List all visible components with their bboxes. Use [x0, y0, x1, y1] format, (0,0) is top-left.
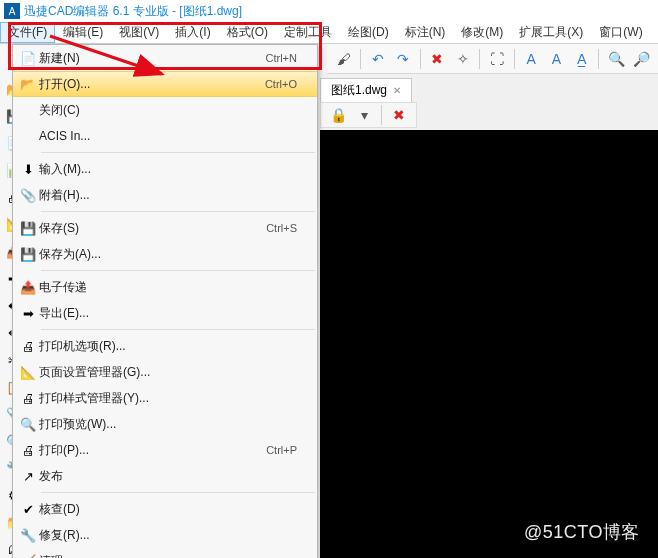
- file-menu-item-2[interactable]: 关闭(C): [13, 97, 317, 123]
- sub-toolbar: 🔒▾✖: [320, 102, 417, 128]
- spark-icon[interactable]: ✧: [452, 48, 473, 70]
- tab-drawing1[interactable]: 图纸1.dwg ✕: [320, 78, 412, 102]
- file-menu-item-23[interactable]: 🧹清理...: [13, 548, 317, 558]
- select-icon[interactable]: ⛶: [486, 48, 507, 70]
- dropdown-icon[interactable]: ▾: [353, 104, 375, 126]
- file-menu-item-19[interactable]: ↗发布: [13, 463, 317, 489]
- menu-item-label: 打印(P)...: [39, 442, 266, 459]
- menu-item-label: 电子传递: [39, 279, 297, 296]
- file-menu-item-6[interactable]: 📎附着(H)...: [13, 182, 317, 208]
- text-underline-icon[interactable]: A̲: [571, 48, 592, 70]
- menu-item-icon: 🔧: [17, 528, 39, 543]
- menu-item-label: 打印样式管理器(Y)...: [39, 390, 297, 407]
- menu-bar: 文件(F)编辑(E)视图(V)插入(I)格式(O)定制工具绘图(D)标注(N)修…: [0, 22, 658, 44]
- lock-icon[interactable]: 🔒: [327, 104, 349, 126]
- menu-item-label: 保存为(A)...: [39, 246, 297, 263]
- toolbar-separator: [360, 49, 361, 69]
- menu-item-icon: 🔍: [17, 417, 39, 432]
- document-tabs: 图纸1.dwg ✕: [320, 74, 412, 102]
- brush-icon[interactable]: 🖌: [333, 48, 354, 70]
- undo-icon[interactable]: ↶: [367, 48, 388, 70]
- menu-item-label: 修复(R)...: [39, 527, 297, 544]
- file-menu-item-18[interactable]: 🖨打印(P)...Ctrl+P: [13, 437, 317, 463]
- file-menu-item-0[interactable]: 📄新建(N)Ctrl+N: [13, 45, 317, 71]
- title-bar: A 迅捷CAD编辑器 6.1 专业版 - [图纸1.dwg]: [0, 0, 658, 22]
- menu-item-label: 保存(S): [39, 220, 266, 237]
- file-menu-item-12[interactable]: ➡导出(E)...: [13, 300, 317, 326]
- menu-8[interactable]: 修改(M): [453, 22, 511, 43]
- menu-item-icon: 🖨: [17, 339, 39, 354]
- menu-divider: [41, 329, 315, 330]
- menu-item-shortcut: Ctrl+P: [266, 444, 297, 456]
- menu-item-label: 附着(H)...: [39, 187, 297, 204]
- close-x-icon[interactable]: ✖: [388, 104, 410, 126]
- menu-item-label: ACIS In...: [39, 129, 297, 143]
- menu-item-label: 核查(D): [39, 501, 297, 518]
- file-menu-item-9[interactable]: 💾保存为(A)...: [13, 241, 317, 267]
- menu-item-label: 打印机选项(R)...: [39, 338, 297, 355]
- menu-item-icon: 📐: [17, 365, 39, 380]
- toolbar-separator: [598, 49, 599, 69]
- window-title: 迅捷CAD编辑器 6.1 专业版 - [图纸1.dwg]: [24, 3, 242, 20]
- toolbar-row-1: 🖌↶↷✖✧⛶AAA̲🔍🔎: [327, 44, 658, 74]
- menu-6[interactable]: 绘图(D): [340, 22, 397, 43]
- menu-item-icon: 📤: [17, 280, 39, 295]
- tab-label: 图纸1.dwg: [331, 82, 387, 99]
- menu-divider: [41, 270, 315, 271]
- menu-item-icon: 💾: [17, 247, 39, 262]
- file-menu-item-15[interactable]: 📐页面设置管理器(G)...: [13, 359, 317, 385]
- menu-divider: [41, 211, 315, 212]
- menu-item-label: 输入(M)...: [39, 161, 297, 178]
- menu-divider: [41, 152, 315, 153]
- menu-item-label: 打开(O)...: [39, 76, 265, 93]
- menu-item-icon: ➡: [17, 306, 39, 321]
- menu-10[interactable]: 窗口(W): [591, 22, 650, 43]
- file-menu-item-17[interactable]: 🔍打印预览(W)...: [13, 411, 317, 437]
- text-a-icon[interactable]: A: [521, 48, 542, 70]
- watermark-text: @51CTO博客: [524, 520, 640, 544]
- redo-icon[interactable]: ↷: [393, 48, 414, 70]
- file-menu-item-8[interactable]: 💾保存(S)Ctrl+S: [13, 215, 317, 241]
- file-menu-item-14[interactable]: 🖨打印机选项(R)...: [13, 333, 317, 359]
- file-menu-item-3[interactable]: ACIS In...: [13, 123, 317, 149]
- toolbar-separator: [381, 105, 382, 125]
- file-menu-item-1[interactable]: 📂打开(O)...Ctrl+O: [13, 71, 317, 97]
- toolbar-separator: [514, 49, 515, 69]
- menu-1[interactable]: 编辑(E): [55, 22, 111, 43]
- close-icon[interactable]: ✕: [393, 85, 401, 96]
- menu-2[interactable]: 视图(V): [111, 22, 167, 43]
- file-menu-dropdown: 📄新建(N)Ctrl+N📂打开(O)...Ctrl+O关闭(C)ACIS In.…: [12, 44, 318, 558]
- find-icon[interactable]: 🔍: [605, 48, 626, 70]
- file-menu-item-5[interactable]: ⬇输入(M)...: [13, 156, 317, 182]
- file-menu-item-22[interactable]: 🔧修复(R)...: [13, 522, 317, 548]
- menu-7[interactable]: 标注(N): [397, 22, 454, 43]
- erase-icon[interactable]: ✖: [427, 48, 448, 70]
- menu-item-label: 打印预览(W)...: [39, 416, 297, 433]
- menu-3[interactable]: 插入(I): [167, 22, 218, 43]
- menu-item-shortcut: Ctrl+S: [266, 222, 297, 234]
- menu-4[interactable]: 格式(O): [219, 22, 276, 43]
- drawing-canvas[interactable]: [320, 130, 658, 558]
- menu-item-icon: ↗: [17, 469, 39, 484]
- toolbar-separator: [420, 49, 421, 69]
- app-icon: A: [4, 3, 20, 19]
- menu-item-icon: 🖨: [17, 391, 39, 406]
- file-menu-item-16[interactable]: 🖨打印样式管理器(Y)...: [13, 385, 317, 411]
- menu-item-label: 新建(N): [39, 50, 266, 67]
- menu-0[interactable]: 文件(F): [0, 22, 55, 43]
- menu-item-icon: 💾: [17, 221, 39, 236]
- file-menu-item-11[interactable]: 📤电子传递: [13, 274, 317, 300]
- menu-item-icon: 🖨: [17, 443, 39, 458]
- menu-item-label: 导出(E)...: [39, 305, 297, 322]
- toolbar-area: 🖌↶↷✖✧⛶AAA̲🔍🔎: [327, 44, 658, 74]
- menu-item-label: 发布: [39, 468, 297, 485]
- menu-5[interactable]: 定制工具: [276, 22, 340, 43]
- file-menu-item-21[interactable]: ✔核查(D): [13, 496, 317, 522]
- menu-item-label: 页面设置管理器(G)...: [39, 364, 297, 381]
- menu-item-icon: 🧹: [17, 554, 39, 559]
- find2-icon[interactable]: 🔎: [631, 48, 652, 70]
- menu-9[interactable]: 扩展工具(X): [511, 22, 591, 43]
- menu-item-label: 关闭(C): [39, 102, 297, 119]
- text-a2-icon[interactable]: A: [546, 48, 567, 70]
- menu-item-icon: 📎: [17, 188, 39, 203]
